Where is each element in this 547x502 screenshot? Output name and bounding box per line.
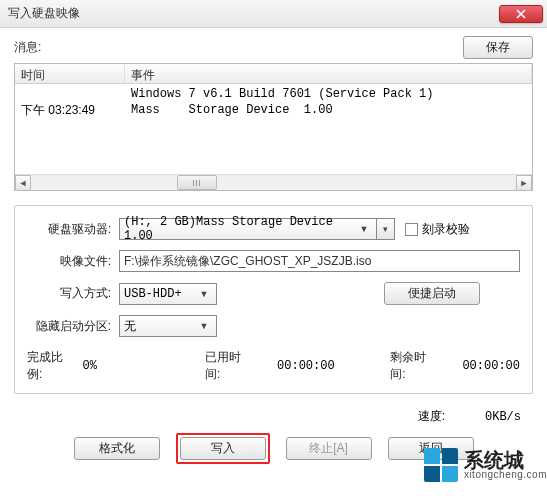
hide-partition-value: 无: [124, 318, 196, 335]
write-button[interactable]: 写入: [180, 437, 266, 460]
drive-select[interactable]: (H:, 2 GB)Mass Storage Device 1.00 ▼: [119, 218, 377, 240]
scroll-left-icon[interactable]: ◄: [15, 175, 31, 191]
image-path-value: F:\操作系统镜像\ZGC_GHOST_XP_JSZJB.iso: [124, 253, 371, 270]
image-label: 映像文件:: [27, 253, 119, 270]
table-row: Windows 7 v6.1 Build 7601 (Service Pack …: [15, 86, 532, 102]
elapsed-label: 已用时间:: [205, 349, 253, 383]
table-header: 时间 事件: [15, 64, 532, 84]
progress-label: 完成比例:: [27, 349, 75, 383]
table-row: 下午 03:23:49 Mass Storage Device 1.00: [15, 102, 532, 118]
write-mode-select[interactable]: USB-HDD+ ▼: [119, 283, 217, 305]
drive-extra-button[interactable]: ▾: [377, 218, 395, 240]
col-event[interactable]: 事件: [125, 64, 532, 83]
write-mode-label: 写入方式:: [27, 285, 119, 302]
window-title: 写入硬盘映像: [8, 5, 499, 22]
drive-value: (H:, 2 GB)Mass Storage Device 1.00: [124, 215, 356, 243]
burn-verify-checkbox[interactable]: 刻录校验: [405, 221, 470, 238]
close-button[interactable]: [499, 5, 543, 23]
write-button-highlight: 写入: [176, 433, 270, 464]
speed-label: 速度:: [418, 408, 445, 425]
chevron-down-icon: ▼: [196, 321, 212, 331]
watermark-text-en: xitongcheng.com: [464, 470, 547, 480]
progress-value: 0%: [83, 359, 150, 373]
drive-label: 硬盘驱动器:: [27, 221, 119, 238]
cell-time: 下午 03:23:49: [15, 102, 125, 118]
checkbox-icon: [405, 223, 418, 236]
remain-label: 剩余时间:: [390, 349, 438, 383]
message-label: 消息:: [14, 39, 463, 56]
scroll-thumb[interactable]: [177, 175, 217, 190]
burn-verify-label: 刻录校验: [422, 221, 470, 238]
abort-button: 终止[A]: [286, 437, 372, 460]
format-button[interactable]: 格式化: [74, 437, 160, 460]
col-time[interactable]: 时间: [15, 64, 125, 83]
speed-value: 0KB/s: [485, 410, 521, 424]
quick-boot-button[interactable]: 便捷启动: [384, 282, 480, 305]
scroll-right-icon[interactable]: ►: [516, 175, 532, 191]
back-button[interactable]: 返回: [388, 437, 474, 460]
cell-event: Mass Storage Device 1.00: [125, 102, 532, 118]
chevron-down-icon: ▼: [356, 224, 372, 234]
settings-group: 硬盘驱动器: (H:, 2 GB)Mass Storage Device 1.0…: [14, 205, 533, 394]
close-icon: [516, 9, 526, 19]
hide-partition-label: 隐藏启动分区:: [27, 318, 119, 335]
scroll-track[interactable]: [31, 175, 516, 190]
title-bar: 写入硬盘映像: [0, 0, 547, 28]
elapsed-value: 00:00:00: [261, 359, 335, 373]
log-table: 时间 事件 Windows 7 v6.1 Build 7601 (Service…: [14, 63, 533, 191]
horizontal-scrollbar[interactable]: ◄ ►: [15, 174, 532, 190]
save-button[interactable]: 保存: [463, 36, 533, 59]
write-mode-value: USB-HDD+: [124, 287, 196, 301]
hide-partition-select[interactable]: 无 ▼: [119, 315, 217, 337]
remain-value: 00:00:00: [446, 359, 520, 373]
chevron-down-icon: ▼: [196, 289, 212, 299]
cell-time: [15, 86, 125, 102]
cell-event: Windows 7 v6.1 Build 7601 (Service Pack …: [125, 86, 532, 102]
image-path-field[interactable]: F:\操作系统镜像\ZGC_GHOST_XP_JSZJB.iso: [119, 250, 520, 272]
